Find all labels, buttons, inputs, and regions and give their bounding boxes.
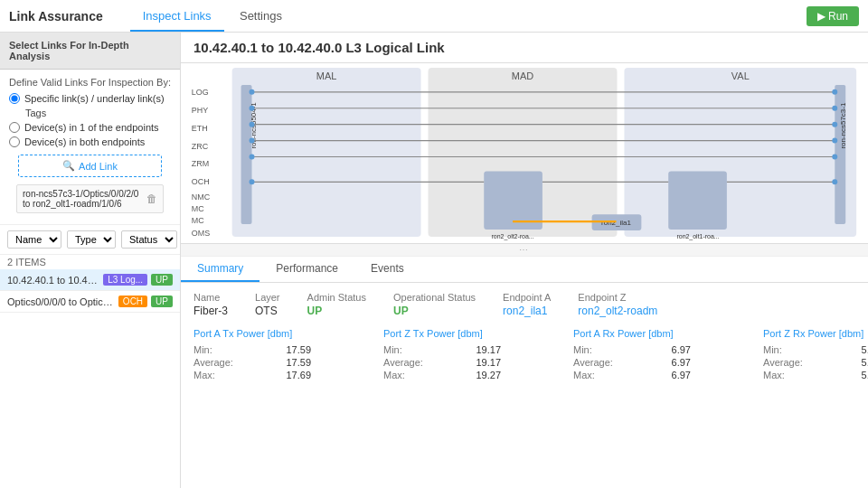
port-a-tx-group: Port A Tx Power [dbm] Min: 17.59 Average…	[193, 328, 311, 380]
svg-text:MAD: MAD	[512, 70, 533, 81]
items-count: 2 ITEMS	[0, 255, 180, 269]
port-z-rx-min: Min: 5.60	[763, 344, 868, 355]
svg-point-38	[250, 138, 255, 144]
type-badge-1: OCH	[118, 296, 147, 307]
detail-fields-row: Name Fiber-3 Layer OTS Admin Status UP O…	[193, 292, 855, 317]
type-filter[interactable]: Type	[67, 230, 116, 249]
port-a-rx-group: Port A Rx Power [dbm] Min: 6.97 Average:…	[573, 328, 691, 380]
result-item-0[interactable]: 10.42.40.1 to 10.42.40.0 L3 Log... UP	[0, 269, 180, 291]
port-z-tx-avg: Average: 19.17	[383, 357, 501, 368]
svg-point-39	[250, 154, 255, 159]
port-z-rx-avg: Average: 5.60	[763, 357, 868, 368]
search-icon: 🔍	[62, 160, 75, 172]
port-z-rx-max: Max: 5.79	[763, 370, 868, 380]
type-badge-0: L3 Log...	[103, 274, 147, 286]
port-a-tx-avg: Average: 17.59	[193, 357, 311, 368]
endpoint-z-col: Endpoint Z ron2_olt2-roadm	[578, 292, 657, 317]
svg-text:ZRM: ZRM	[192, 159, 209, 168]
radio-device-both[interactable]: Device(s) in both endpoints	[9, 136, 171, 147]
port-z-tx-min: Min: 19.17	[383, 344, 501, 355]
port-a-rx-avg: Average: 6.97	[573, 357, 691, 368]
svg-text:NMC: NMC	[192, 192, 211, 202]
panel-title: Select Links For In-Depth Analysis	[0, 33, 180, 70]
svg-rect-4	[624, 68, 856, 237]
admin-status-col: Admin Status UP	[307, 292, 366, 317]
operational-status-col: Operational Status UP	[393, 292, 476, 317]
topology-diagram: MAL MAD VAL LOG PHY ETH ZRC ZRM OCH NMC …	[181, 63, 868, 244]
svg-rect-0	[232, 68, 421, 237]
bottom-tabs: Summary Performance Events	[181, 257, 868, 283]
port-z-tx-max: Max: 19.27	[383, 370, 501, 380]
svg-point-44	[832, 138, 837, 144]
svg-point-40	[250, 179, 255, 184]
svg-text:MAL: MAL	[316, 70, 337, 81]
detail-content: Name Fiber-3 Layer OTS Admin Status UP O…	[181, 283, 868, 488]
add-link-button[interactable]: 🔍 Add Link	[18, 155, 162, 177]
status-badge-1: UP	[151, 296, 173, 307]
svg-text:OMS: OMS	[192, 229, 210, 238]
svg-text:ZRC: ZRC	[192, 142, 209, 151]
delete-link-icon[interactable]: 🗑	[146, 192, 157, 205]
svg-point-35	[250, 89, 255, 95]
svg-point-36	[250, 106, 255, 111]
app-title: Link Assurance	[9, 9, 103, 23]
tab-events[interactable]: Events	[354, 257, 420, 282]
svg-text:ron2_ila1: ron2_ila1	[601, 219, 631, 227]
drag-handle[interactable]: ⋯	[181, 244, 868, 257]
svg-text:VAL: VAL	[731, 70, 750, 81]
svg-text:ron2_olt1-roa...: ron2_olt1-roa...	[676, 233, 719, 240]
port-z-rx-group: Port Z Rx Power [dbm] Min: 5.60 Average:…	[763, 328, 868, 380]
port-a-tx-min: Min: 17.59	[193, 344, 311, 355]
port-a-tx-max: Max: 17.69	[193, 370, 311, 380]
svg-point-42	[832, 106, 837, 111]
radio-group: Specific link(s) / underlay link(s) Tags…	[9, 93, 171, 147]
result-item-1[interactable]: Optics0/0/0/0 to Optics0... OCH UP	[0, 291, 180, 313]
svg-text:OCH: OCH	[192, 177, 210, 186]
tab-summary[interactable]: Summary	[181, 257, 259, 282]
svg-text:MC: MC	[192, 216, 204, 225]
radio-specific-link[interactable]: Specific link(s) / underlay link(s)	[9, 93, 171, 104]
link-entry: ron-ncs57c3-1/Optics/0/0/2/0 to ron2_olt…	[16, 184, 164, 213]
name-filter[interactable]: Name	[7, 230, 61, 249]
filter-bar: Name Type Status	[0, 225, 180, 255]
name-col: Name Fiber-3	[193, 292, 228, 317]
status-filter[interactable]: Status	[121, 230, 177, 249]
metrics-row: Port A Tx Power [dbm] Min: 17.59 Average…	[193, 328, 855, 380]
svg-point-41	[832, 89, 837, 95]
run-button[interactable]: ▶ Run	[807, 6, 859, 26]
radio-device-1[interactable]: Device(s) in 1 of the endpoints	[9, 122, 171, 133]
svg-text:PHY: PHY	[192, 106, 208, 115]
svg-point-37	[250, 122, 255, 127]
svg-text:ron2_olt2-roa...: ron2_olt2-roa...	[491, 233, 533, 240]
layer-col: Layer OTS	[255, 292, 280, 317]
svg-point-46	[832, 179, 837, 184]
diagram-title: 10.42.40.1 to 10.42.40.0 L3 Logical Link	[181, 33, 868, 63]
tab-performance[interactable]: Performance	[259, 257, 354, 282]
main-nav: Inspect Links Settings	[130, 9, 295, 23]
svg-text:ron-ncs57c3-1: ron-ncs57c3-1	[839, 102, 847, 148]
svg-rect-22	[668, 171, 727, 230]
svg-text:LOG: LOG	[192, 88, 209, 97]
svg-point-45	[832, 154, 837, 159]
svg-point-43	[832, 122, 837, 127]
svg-text:ETH: ETH	[192, 124, 208, 133]
svg-text:MC: MC	[192, 204, 204, 213]
status-badge-0: UP	[151, 274, 173, 286]
tab-inspect-links[interactable]: Inspect Links	[130, 2, 224, 32]
endpoint-a-col: Endpoint A ron2_ila1	[503, 292, 551, 317]
tab-settings[interactable]: Settings	[227, 2, 295, 30]
port-a-rx-min: Min: 6.97	[573, 344, 691, 355]
tags-option: Tags	[25, 108, 171, 118]
port-a-rx-max: Max: 6.97	[573, 370, 691, 380]
port-z-tx-group: Port Z Tx Power [dbm] Min: 19.17 Average…	[383, 328, 501, 380]
drag-dots-icon: ⋯	[519, 245, 530, 255]
filter-label: Define Valid Links For Inspection By:	[9, 77, 171, 88]
